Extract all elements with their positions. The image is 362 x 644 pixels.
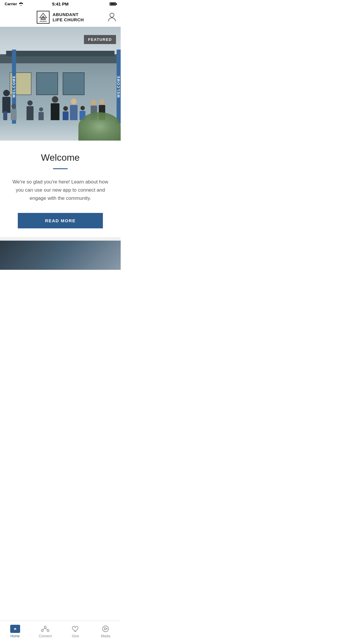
carrier-label: Carrier (5, 2, 17, 6)
welcome-body: We're so glad you're here! Learn about h… (7, 178, 114, 202)
content-section: Welcome We're so glad you're here! Learn… (0, 141, 121, 237)
featured-image-section: WELCOME WELCOME (0, 27, 121, 141)
welcome-banner-right: WELCOME (117, 50, 121, 124)
svg-point-6 (110, 13, 114, 17)
header: ABUNDANT LIFE CHURCH (0, 8, 121, 27)
church-logo-icon (37, 11, 50, 24)
person-icon (108, 13, 116, 22)
status-left: Carrier (5, 2, 23, 6)
welcome-title: Welcome (7, 152, 114, 163)
status-bar: Carrier 5:41 PM (0, 0, 121, 8)
wifi-icon (19, 2, 23, 6)
battery-icon (110, 2, 116, 6)
featured-badge: FEATURED (84, 35, 116, 44)
featured-image: WELCOME WELCOME (0, 27, 121, 141)
section-separator (0, 237, 121, 241)
next-card-preview (0, 241, 121, 270)
logo-text: ABUNDANT LIFE CHURCH (52, 12, 84, 22)
header-logo: ABUNDANT LIFE CHURCH (37, 11, 84, 24)
user-profile-button[interactable] (108, 13, 116, 22)
status-right (110, 2, 116, 6)
read-more-button[interactable]: READ MORE (18, 213, 103, 228)
status-time: 5:41 PM (52, 1, 69, 6)
welcome-divider (53, 168, 68, 169)
